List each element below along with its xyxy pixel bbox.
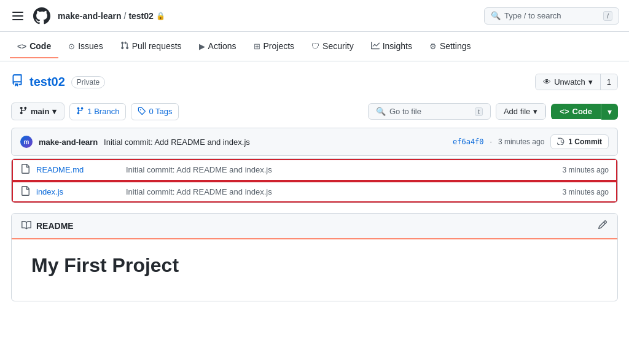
eye-icon: 👁 xyxy=(543,77,551,87)
navbar-left: make-and-learn / test02 🔒 xyxy=(10,6,165,26)
file-icon xyxy=(20,186,30,198)
readme-section: README My First Project xyxy=(11,213,618,301)
commit-message: Initial commit: Add README and index.js xyxy=(104,137,250,147)
tab-code[interactable]: <> Code xyxy=(10,35,58,58)
breadcrumb-org[interactable]: make-and-learn xyxy=(58,11,121,21)
search-icon: 🔍 xyxy=(491,11,501,20)
commit-count-text: 1 Commit xyxy=(568,137,602,146)
main-content: test02 Private 👁 Unwatch ▾ 1 main ▾ 1 Br… xyxy=(1,61,628,314)
tab-pr-label: Pull requests xyxy=(132,41,182,51)
file-name-indexjs[interactable]: index.js xyxy=(36,187,110,196)
commit-time: · xyxy=(490,137,492,146)
branch-count-icon xyxy=(76,107,84,117)
watch-button-main[interactable]: 👁 Unwatch ▾ xyxy=(536,74,601,90)
branch-name: main xyxy=(31,107,49,116)
commit-time-text: 3 minutes ago xyxy=(498,137,544,146)
code-icon: <> xyxy=(17,42,26,51)
tab-projects-label: Projects xyxy=(264,41,295,51)
pr-icon xyxy=(120,41,129,52)
tab-code-label: Code xyxy=(29,41,51,51)
file-commit-readme: Initial commit: Add README and index.js xyxy=(116,165,541,174)
code-icon-btn: <> xyxy=(560,107,569,116)
tab-insights-label: Insights xyxy=(383,41,412,51)
breadcrumb-repo[interactable]: test02 xyxy=(128,11,153,21)
branch-count-link[interactable]: 1 Branch xyxy=(69,103,126,120)
history-icon xyxy=(557,137,565,147)
code-btn-caret[interactable]: ▾ xyxy=(601,104,618,120)
watch-label: Unwatch xyxy=(554,77,585,87)
search-box[interactable]: 🔍 Type / to search / xyxy=(484,7,619,25)
watch-count[interactable]: 1 xyxy=(601,74,617,90)
readme-heading: My First Project xyxy=(31,254,598,277)
watch-button[interactable]: 👁 Unwatch ▾ 1 xyxy=(535,74,618,90)
tab-security[interactable]: 🛡 Security xyxy=(304,35,361,58)
tab-settings-label: Settings xyxy=(440,41,471,51)
repo-icon xyxy=(11,74,23,90)
tab-settings[interactable]: ⚙ Settings xyxy=(422,35,479,58)
tab-issues-label: Issues xyxy=(78,41,103,51)
tab-issues[interactable]: ⊙ Issues xyxy=(61,35,110,58)
readme-edit-button[interactable] xyxy=(598,220,608,232)
breadcrumb: make-and-learn / test02 🔒 xyxy=(58,11,165,21)
add-file-btn-main[interactable]: Add file ▾ xyxy=(496,104,545,119)
code-button[interactable]: <> Code ▾ xyxy=(551,104,618,120)
tab-pull-requests[interactable]: Pull requests xyxy=(113,35,189,59)
hamburger-menu[interactable] xyxy=(10,9,26,23)
lock-icon: 🔒 xyxy=(156,12,165,20)
branch-chevron: ▾ xyxy=(52,107,57,116)
chevron-down-icon: ▾ xyxy=(588,77,593,87)
code-btn-main[interactable]: <> Code xyxy=(551,104,601,119)
repo-header: test02 Private 👁 Unwatch ▾ 1 xyxy=(11,74,618,90)
branch-selector[interactable]: main ▾ xyxy=(11,103,64,120)
search-icon-small: 🔍 xyxy=(376,107,386,116)
tag-icon xyxy=(138,107,146,117)
github-logo[interactable] xyxy=(32,6,52,26)
file-time-indexjs: 3 minutes ago xyxy=(547,188,609,196)
code-label: Code xyxy=(572,107,593,116)
security-icon: 🛡 xyxy=(311,42,319,51)
readme-content: My First Project xyxy=(12,239,617,301)
t-badge: t xyxy=(475,107,483,116)
tag-count-link[interactable]: 0 Tags xyxy=(131,103,179,120)
go-to-file-button[interactable]: 🔍 Go to file t xyxy=(368,103,491,120)
commit-count-button[interactable]: 1 Commit xyxy=(550,134,609,149)
add-file-button[interactable]: Add file ▾ xyxy=(496,103,546,120)
branch-icon xyxy=(19,106,28,117)
breadcrumb-separator: / xyxy=(123,11,126,21)
tabbar: <> Code ⊙ Issues Pull requests ▶ Actions… xyxy=(0,32,629,61)
search-placeholder: Type / to search xyxy=(504,11,561,20)
tab-security-label: Security xyxy=(322,41,354,51)
file-table: README.md Initial commit: Add README and… xyxy=(11,158,618,203)
branch-actions: 🔍 Go to file t Add file ▾ <> Code ▾ xyxy=(368,103,618,120)
go-to-file-label: Go to file xyxy=(389,107,421,116)
tab-insights[interactable]: Insights xyxy=(364,35,420,59)
file-name-readme[interactable]: README.md xyxy=(36,165,110,174)
file-commit-indexjs: Initial commit: Add README and index.js xyxy=(116,187,541,196)
repo-title: test02 Private xyxy=(11,74,105,90)
commit-bar: m make-and-learn Initial commit: Add REA… xyxy=(11,128,618,156)
readme-header: README xyxy=(12,214,617,239)
add-file-chevron: ▾ xyxy=(533,107,537,116)
tab-actions-label: Actions xyxy=(208,41,236,51)
commit-hash[interactable]: ef6a4f0 xyxy=(453,137,484,146)
navbar: make-and-learn / test02 🔒 🔍 Type / to se… xyxy=(0,0,629,32)
table-row: README.md Initial commit: Add README and… xyxy=(12,159,617,181)
branch-area: main ▾ 1 Branch 0 Tags 🔍 Go to file t Ad xyxy=(11,103,618,120)
tag-count-text: 0 Tags xyxy=(149,107,172,116)
search-kbd: / xyxy=(603,11,612,21)
actions-icon: ▶ xyxy=(199,42,205,51)
readme-title-text: README xyxy=(36,221,74,231)
file-icon xyxy=(20,164,30,176)
navbar-right: 🔍 Type / to search / xyxy=(484,7,619,25)
tab-projects[interactable]: ⊞ Projects xyxy=(246,35,302,58)
add-file-label: Add file xyxy=(504,107,530,116)
settings-icon: ⚙ xyxy=(429,42,437,51)
repo-name[interactable]: test02 xyxy=(29,75,65,89)
private-badge: Private xyxy=(71,76,105,88)
projects-icon: ⊞ xyxy=(254,42,260,51)
tab-actions[interactable]: ▶ Actions xyxy=(192,35,244,58)
commit-avatar: m xyxy=(20,136,33,148)
commit-author[interactable]: make-and-learn xyxy=(39,137,98,147)
file-time-readme: 3 minutes ago xyxy=(547,166,609,174)
branch-count-text: 1 Branch xyxy=(87,107,119,116)
